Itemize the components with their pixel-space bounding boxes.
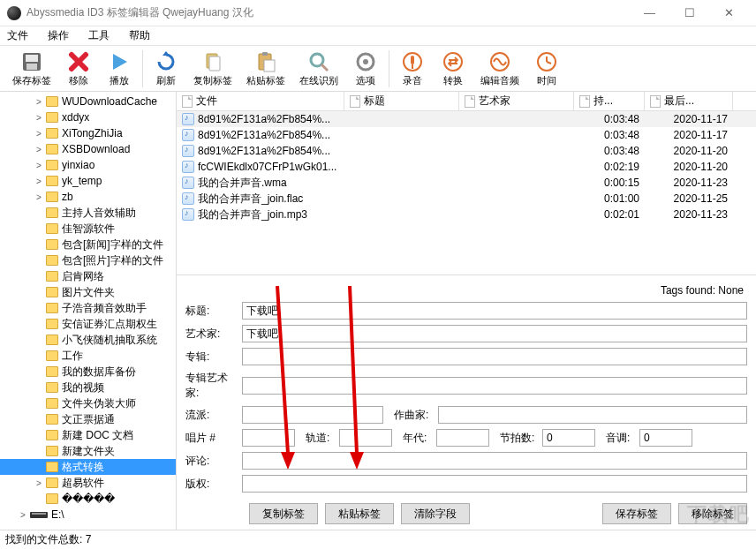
tree-node[interactable]: 新建 DOC 文档 [0, 427, 176, 443]
table-row[interactable]: fcCWIEkdlx07CFrP1wGk01...0:02:192020-11-… [177, 159, 756, 175]
expand-icon[interactable]: > [34, 161, 44, 170]
toolbar-copy[interactable]: 复制标签 [186, 49, 239, 89]
toolbar-time[interactable]: 时间 [526, 49, 567, 89]
toolbar-record[interactable]: 录音 [392, 49, 433, 89]
folder-icon [46, 335, 58, 345]
copy-tags-button[interactable]: 复制标签 [249, 503, 318, 524]
expand-icon[interactable]: > [34, 177, 44, 186]
tree-node[interactable]: >yk_temp [0, 173, 176, 189]
toolbar-options[interactable]: 选项 [345, 49, 386, 89]
toolbar-play[interactable]: 播放 [99, 49, 140, 89]
tree-node[interactable]: 包含[新闻]字样的文件 [0, 237, 176, 252]
menu-help[interactable]: 帮助 [129, 28, 150, 43]
tree-node[interactable]: 我的数据库备份 [0, 364, 176, 380]
table-row[interactable]: 8d91%2F131a%2Fb854%...0:03:482020-11-17 [177, 127, 756, 143]
tag-editor-pane: Tags found: None 标题: 艺术家: 专辑: 专辑艺术家: 流派:… [177, 275, 756, 530]
col-title[interactable]: 标题 [344, 92, 459, 110]
toolbar-paste[interactable]: 粘贴标签 [239, 49, 292, 89]
toolbar-convert[interactable]: 转换 [433, 49, 473, 89]
menu-tools[interactable]: 工具 [88, 28, 110, 43]
input-album[interactable] [242, 348, 747, 365]
tree-node[interactable]: 新建文件夹 [0, 443, 176, 459]
input-track[interactable] [339, 429, 392, 447]
col-artist[interactable]: 艺术家 [459, 92, 574, 110]
expand-icon[interactable]: > [34, 113, 44, 123]
folder-icon [46, 112, 58, 123]
cell-file: 8d91%2F131a%2Fb854%... [198, 129, 330, 141]
input-copyright[interactable] [242, 475, 747, 493]
tree-node[interactable]: 文件夹伪装大师 [0, 395, 176, 411]
col-duration[interactable]: 持... [574, 92, 645, 110]
clear-fields-button[interactable]: 清除字段 [401, 503, 470, 524]
expand-icon[interactable]: > [34, 145, 44, 154]
expand-icon[interactable]: > [34, 192, 44, 202]
folder-icon [46, 271, 58, 282]
maximize-button[interactable]: ☐ [669, 0, 709, 26]
input-genre[interactable] [242, 406, 383, 424]
toolbar-refresh[interactable]: 刷新 [146, 49, 186, 89]
input-year[interactable] [436, 429, 489, 447]
tree-node[interactable]: >XiTongZhiJia [0, 125, 176, 141]
input-artist[interactable] [242, 325, 747, 342]
tree-node[interactable]: >xddyx [0, 109, 176, 125]
refresh-icon [155, 50, 178, 73]
toolbar-remove[interactable]: 移除 [58, 49, 99, 89]
expand-icon[interactable]: > [34, 97, 44, 107]
tree-node[interactable]: >XSBDownload [0, 141, 176, 157]
tree-node[interactable]: >E:\ [0, 507, 176, 523]
tree-node[interactable]: 安信证券汇点期权生 [0, 316, 176, 332]
label-title: 标题: [185, 304, 242, 319]
table-row[interactable]: 8d91%2F131a%2Fb854%...0:03:482020-11-17 [177, 111, 756, 127]
folder-icon [46, 382, 58, 393]
save-tags-button[interactable]: 保存标签 [602, 503, 671, 524]
menu-file[interactable]: 文件 [7, 28, 28, 43]
cell-modified: 2020-11-23 [645, 177, 733, 189]
table-row[interactable]: 我的合并声音.wma0:00:152020-11-23 [177, 175, 756, 191]
close-button[interactable]: ✕ [709, 0, 749, 26]
tree-node[interactable]: 佳智源软件 [0, 221, 176, 237]
toolbar-save[interactable]: 保存标签 [5, 49, 58, 89]
tree-node[interactable]: >yinxiao [0, 157, 176, 173]
tree-node[interactable]: >超易软件 [0, 475, 176, 491]
tree-label: 格式转换 [62, 460, 104, 475]
input-comment[interactable] [242, 452, 747, 470]
tree-node[interactable]: >zb [0, 189, 176, 205]
input-bpm[interactable] [542, 429, 595, 447]
cell-duration: 0:01:00 [574, 192, 645, 205]
tree-node[interactable]: 包含[照片]字样的文件 [0, 252, 176, 268]
col-file[interactable]: 文件 [177, 92, 344, 110]
input-composer[interactable] [438, 406, 747, 424]
col-modified[interactable]: 最后... [645, 92, 733, 110]
input-albumartist[interactable] [242, 377, 747, 395]
menu-operate[interactable]: 操作 [48, 28, 69, 43]
grid-body[interactable]: 8d91%2F131a%2Fb854%...0:03:482020-11-178… [177, 111, 756, 274]
expand-icon[interactable]: > [18, 510, 28, 520]
remove-tags-button[interactable]: 移除标签 [678, 503, 747, 524]
paste-tags-button[interactable]: 粘贴标签 [325, 503, 394, 524]
tree-node[interactable]: 主持人音效辅助 [0, 205, 176, 221]
toolbar-online[interactable]: 在线识别 [292, 49, 345, 89]
input-key[interactable] [639, 429, 692, 447]
table-row[interactable]: 我的合并声音_join.flac0:01:002020-11-25 [177, 191, 756, 207]
save-icon [20, 50, 43, 73]
tree-node[interactable]: 文正票据通 [0, 411, 176, 427]
tree-node[interactable]: 启肯网络 [0, 268, 176, 284]
table-row[interactable]: 8d91%2F131a%2Fb854%...0:03:482020-11-20 [177, 143, 756, 159]
tree-node[interactable]: 格式转换 [0, 459, 176, 475]
expand-icon[interactable]: > [34, 478, 44, 488]
input-disc[interactable] [242, 429, 295, 447]
toolbar-editaudio[interactable]: 编辑音频 [473, 49, 526, 89]
minimize-button[interactable]: — [630, 0, 669, 26]
tree-node[interactable]: ����� [0, 491, 176, 507]
tree-node[interactable]: >WUDownloadCache [0, 94, 176, 109]
tree-node[interactable]: 工作 [0, 348, 176, 364]
tree-node[interactable]: 子浩音频音效助手 [0, 300, 176, 316]
tree-node[interactable]: 我的视频 [0, 380, 176, 395]
tree-label: 图片文件夹 [62, 285, 115, 300]
table-row[interactable]: 我的合并声音_join.mp30:02:012020-11-23 [177, 207, 756, 222]
input-title[interactable] [242, 302, 747, 320]
folder-tree[interactable]: >WUDownloadCache>xddyx>XiTongZhiJia>XSBD… [0, 92, 177, 530]
expand-icon[interactable]: > [34, 129, 44, 139]
tree-node[interactable]: 小飞侠随机抽取系统 [0, 332, 176, 348]
tree-node[interactable]: 图片文件夹 [0, 284, 176, 300]
